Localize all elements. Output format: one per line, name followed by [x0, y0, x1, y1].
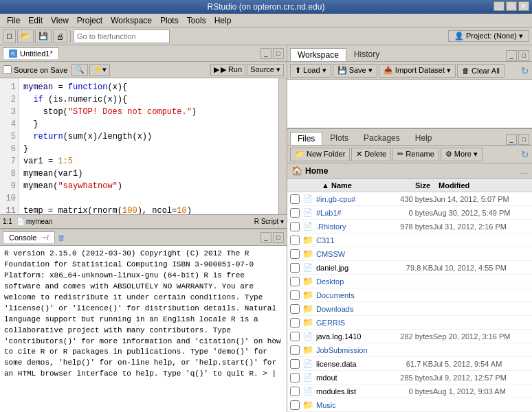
new-folder-button[interactable]: 📁 New Folder	[290, 148, 350, 161]
rename-button[interactable]: ✏ Rename	[392, 148, 439, 161]
minimize-button[interactable]: _	[494, 1, 505, 11]
new-file-button[interactable]: ◻	[3, 30, 16, 43]
file-checkbox[interactable]	[290, 194, 300, 204]
file-list[interactable]: ▲ Name Size Modified 📄#in.gb-cpu#430 byt…	[287, 179, 532, 412]
list-item[interactable]: 📁GERRIS	[287, 316, 532, 330]
menu-project[interactable]: Project	[73, 14, 107, 27]
close-button[interactable]: ✕	[518, 1, 529, 11]
code-content[interactable]: mymean = function(x){ if (is.numeric(x))…	[19, 78, 278, 214]
console-clear-btn[interactable]: 🗑	[58, 233, 65, 242]
run-button[interactable]: ▶ ▶ Run	[210, 64, 245, 76]
menu-edit[interactable]: Edit	[24, 14, 47, 27]
save-workspace-button[interactable]: 💾 Save ▾	[333, 64, 377, 78]
save-button[interactable]: 💾	[35, 30, 52, 43]
file-checkbox[interactable]	[290, 304, 300, 314]
breadcrumb-home[interactable]: Home	[305, 166, 328, 176]
file-checkbox[interactable]	[290, 359, 300, 369]
tab-files[interactable]: Files	[290, 132, 322, 145]
workspace-maximize-btn[interactable]: □	[518, 50, 529, 61]
source-on-save-checkbox[interactable]	[3, 65, 12, 74]
list-item[interactable]: 📄daniel.jpg79.8 KBJul 10, 2012, 4:55 PM	[287, 261, 532, 275]
menu-file[interactable]: File	[3, 14, 24, 27]
file-checkbox[interactable]	[290, 277, 300, 286]
file-checkbox[interactable]	[290, 290, 300, 300]
list-item[interactable]: 📁C311	[287, 233, 532, 247]
console-content[interactable]: R version 2.15.0 (2012-03-30) Copyright …	[0, 246, 287, 412]
console-maximize-btn[interactable]: □	[273, 232, 284, 243]
editor-scrollbar[interactable]	[278, 78, 287, 214]
list-item[interactable]: 📁CMSSW	[287, 247, 532, 261]
goto-input[interactable]	[74, 30, 170, 43]
file-checkbox[interactable]	[290, 400, 300, 410]
clear-all-button[interactable]: 🗑 Clear All	[457, 64, 505, 78]
console-tab[interactable]: Console ~/	[3, 231, 55, 243]
more-button[interactable]: ⚙ More ▾	[441, 148, 483, 161]
titlebar-controls[interactable]: _ □ ✕	[494, 1, 529, 11]
list-item[interactable]: 📄modules.list0 bytesAug 1, 2012, 9:03 AM	[287, 385, 532, 398]
find-button[interactable]: 🔍	[71, 64, 88, 76]
breadcrumb-ellipsis[interactable]: …	[520, 167, 528, 175]
menu-view[interactable]: View	[47, 14, 73, 27]
file-checkbox[interactable]	[290, 249, 300, 259]
menu-tools[interactable]: Tools	[183, 14, 210, 27]
file-checkbox[interactable]	[290, 373, 300, 382]
folder-name[interactable]: Downloads	[316, 305, 353, 313]
file-name-link[interactable]: .Rhistory	[316, 222, 346, 231]
file-checkbox[interactable]	[290, 387, 300, 396]
list-item[interactable]: 📁Desktop	[287, 275, 532, 288]
tab-help[interactable]: Help	[408, 131, 440, 145]
open-file-button[interactable]: 📂	[17, 30, 34, 43]
list-item[interactable]: 📄.Rhistory978 bytesJul 31, 2012, 2:16 PM	[287, 220, 532, 233]
file-checkbox[interactable]	[290, 345, 300, 355]
file-checkbox[interactable]	[290, 332, 300, 341]
list-item[interactable]: 📁Music	[287, 398, 532, 412]
list-item[interactable]: 📁Downloads	[287, 302, 532, 316]
files-refresh-button[interactable]: ↻	[521, 149, 529, 160]
list-item[interactable]: 📄#in.gb-cpu#430 bytesJun 14, 2012, 5:07 …	[287, 192, 532, 206]
folder-name[interactable]: Music	[316, 401, 336, 409]
file-checkbox[interactable]	[290, 236, 300, 245]
delete-button[interactable]: ✕ Delete	[351, 148, 391, 161]
menu-workspace[interactable]: Workspace	[107, 14, 156, 27]
files-maximize-btn[interactable]: □	[518, 134, 529, 145]
folder-name[interactable]: JobSubmission	[316, 346, 368, 354]
editor-tab[interactable]: R Untitled1*	[3, 47, 59, 59]
file-checkbox[interactable]	[290, 222, 300, 231]
print-button[interactable]: 🖨	[53, 30, 67, 43]
menu-help[interactable]: Help	[210, 14, 236, 27]
folder-name[interactable]: C311	[316, 236, 334, 244]
maximize-button[interactable]: □	[506, 1, 517, 11]
console-minimize-btn[interactable]: _	[261, 232, 271, 243]
load-button[interactable]: ⬆ ⬆ Load ▾Load ▾	[290, 64, 331, 78]
tab-packages[interactable]: Packages	[356, 131, 408, 145]
file-checkbox[interactable]	[290, 318, 300, 328]
file-checkbox[interactable]	[290, 263, 300, 273]
script-type[interactable]: R Script ▾	[254, 218, 284, 225]
file-name-link[interactable]: #in.gb-cpu#	[316, 195, 356, 203]
files-minimize-btn[interactable]: _	[506, 134, 517, 145]
folder-name[interactable]: Documents	[316, 291, 355, 299]
tab-history[interactable]: History	[346, 47, 387, 61]
list-item[interactable]: 📄java.log.1410282 bytesSep 20, 2012, 3:1…	[287, 330, 532, 343]
source-button[interactable]: Source ▾	[247, 64, 284, 76]
source-on-save-label[interactable]: Source on Save	[3, 65, 67, 74]
folder-name[interactable]: CMSSW	[316, 250, 345, 258]
folder-name[interactable]: Desktop	[316, 277, 344, 286]
workspace-minimize-btn[interactable]: _	[506, 50, 517, 61]
tab-plots[interactable]: Plots	[322, 131, 356, 145]
editor-minimize-btn[interactable]: _	[261, 48, 271, 59]
import-dataset-button[interactable]: 📥 Import Dataset ▾	[379, 64, 456, 78]
file-checkbox[interactable]	[290, 208, 300, 218]
refresh-button[interactable]: ↻	[521, 65, 529, 76]
list-item[interactable]: 📁Documents	[287, 288, 532, 302]
list-item[interactable]: 📁JobSubmission	[287, 343, 532, 357]
menu-plots[interactable]: Plots	[156, 14, 183, 27]
project-label[interactable]: 👤 Project: (None) ▾	[448, 30, 529, 42]
list-item[interactable]: 📄mdout285 bytesJul 9, 2012, 12:57 PM	[287, 371, 532, 385]
file-name-link[interactable]: #Lab1#	[316, 209, 342, 217]
code-area[interactable]: 123456789101112 mymean = function(x){ if…	[0, 78, 287, 214]
editor-maximize-btn[interactable]: □	[273, 48, 284, 59]
wand-button[interactable]: ⚡▾	[89, 64, 110, 76]
tab-workspace[interactable]: Workspace	[290, 48, 346, 61]
list-item[interactable]: 📄license.data61.7 KBJul 5, 2012, 9:54 AM	[287, 357, 532, 371]
